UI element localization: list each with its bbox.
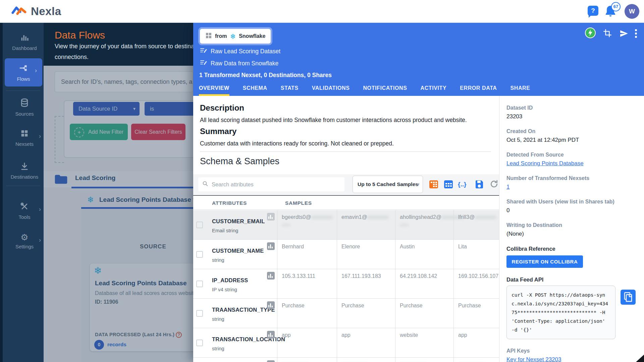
attribute-search-box[interactable] <box>198 177 344 191</box>
redacted-text: xxxxxxxx <box>475 214 496 220</box>
save-icon[interactable] <box>475 180 484 189</box>
destinations-download-icon <box>20 162 29 172</box>
info-label: Dataset ID <box>506 105 637 111</box>
table-row: xxxxxxxxxxxxxxxxxxxxxxxxxxxxxxxxxxxxxxxx <box>193 358 499 362</box>
tab-overview[interactable]: OVERVIEW <box>199 82 229 96</box>
info-value: (None) <box>506 231 637 237</box>
dataset-link-row[interactable]: Raw Data from Snowflake <box>200 60 278 67</box>
sample-value: Elenore <box>341 244 360 249</box>
sample-value: Purchase <box>400 303 423 308</box>
table-row: IP_ADDRESSIP v4 string105.3.133.111167.1… <box>193 269 499 299</box>
send-icon[interactable] <box>619 29 629 39</box>
chip-from-label: from <box>215 33 227 39</box>
tab-validations[interactable]: VALIDATIONS <box>312 82 350 96</box>
sources-database-icon <box>19 98 30 109</box>
attribute-stats-icon[interactable] <box>267 301 275 309</box>
sample-cell: Bernhard <box>277 240 337 269</box>
summary-text: Customer data with interactions ready fo… <box>200 140 394 147</box>
attribute-stats-icon[interactable] <box>267 360 275 362</box>
flows-icon <box>18 63 29 74</box>
table-row: TRAANSACTION_TYPEstringPurchasePurchaseP… <box>193 299 499 328</box>
sidebar-item-dashboard[interactable]: Dashboard <box>3 33 46 51</box>
sample-cell: emavin1@xxxxxxxx <box>337 210 395 240</box>
nexset-detail-drawer: from ❄ Snowflake Raw Lead Scoring Datase… <box>193 23 644 362</box>
sidebar-item-tools[interactable]: Tools › <box>3 202 46 220</box>
attribute-view-icon[interactable] <box>429 180 438 189</box>
schema-toolbar: Up to 5 Cached Samples▾ {..} <box>193 174 499 194</box>
tab-share[interactable]: SHARE <box>511 82 530 96</box>
dataset-link-row[interactable]: Raw Lead Scoring Dataset <box>200 48 280 55</box>
row-checkbox[interactable] <box>196 310 203 317</box>
sidebar-item-label: Nexsets <box>3 141 46 147</box>
sample-value: app <box>458 332 467 338</box>
attribute-stats-icon[interactable] <box>267 213 275 221</box>
tab-stats[interactable]: STATS <box>281 82 299 96</box>
attribute-stats-icon[interactable] <box>267 331 275 339</box>
sidebar-item-flows[interactable]: Flows › <box>5 58 42 86</box>
sample-cell: Purchase <box>395 299 453 328</box>
sample-cell: bgeerdts0@xxxxxxxxxxxx <box>277 210 337 240</box>
sidebar-item-nexsets[interactable]: Nexsets › <box>3 129 46 147</box>
status-active-icon[interactable] <box>585 27 596 40</box>
tab-error-data[interactable]: ERROR DATA <box>460 82 497 96</box>
row-checkbox[interactable] <box>196 251 203 258</box>
edit-list-icon <box>200 60 207 67</box>
connector-chip[interactable]: from ❄ Snowflake <box>200 29 271 44</box>
sidebar-item-destinations[interactable]: Destinations <box>3 162 46 180</box>
more-vertical-icon[interactable] <box>635 29 637 40</box>
tab-notifications[interactable]: NOTIFICATIONS <box>363 82 407 96</box>
notification-count-badge: 67 <box>611 2 621 11</box>
chevron-right-icon: › <box>39 133 41 140</box>
sidebar-item-label: Sources <box>3 111 46 117</box>
cached-samples-dropdown[interactable]: Up to 5 Cached Samples▾ <box>353 176 423 193</box>
attribute-name: TRAANSACTION_TYPE <box>212 307 275 313</box>
attribute-search-input[interactable] <box>212 181 332 188</box>
sample-cell: website <box>395 328 453 358</box>
user-avatar[interactable]: W <box>625 4 639 19</box>
sidebar-item-settings[interactable]: ⚙ Settings › <box>3 233 46 249</box>
api-key-link[interactable]: Key for Nexset 23203 <box>506 356 637 362</box>
drawer-header: from ❄ Snowflake Raw Lead Scoring Datase… <box>193 23 644 96</box>
nexla-logo[interactable] <box>11 5 27 18</box>
info-value-link[interactable]: Lead Scoring Points Database <box>506 160 637 167</box>
attribute-type: string <box>212 316 224 322</box>
sample-cell: Lita <box>453 240 499 269</box>
help-button[interactable]: ? <box>588 6 598 16</box>
info-fields: Dataset ID23203Created OnOct 5, 2021 at … <box>506 105 637 237</box>
chip-connector-label: Snowflake <box>239 33 265 39</box>
tab-schema[interactable]: SCHEMA <box>243 82 267 96</box>
info-value: 23203 <box>506 113 637 120</box>
sample-cell: Elenore <box>337 240 395 269</box>
sample-value: app <box>341 332 351 338</box>
row-checkbox[interactable] <box>196 222 203 228</box>
tab-activity[interactable]: ACTIVITY <box>421 82 447 96</box>
curl-command-box[interactable]: curl -X POST https://dataops-sync.nexla.… <box>506 286 615 339</box>
row-checkbox[interactable] <box>196 281 203 287</box>
summary-heading: Summary <box>200 127 236 136</box>
register-collibra-button[interactable]: REGISTER ON COLLIBRA <box>506 255 583 268</box>
table-view-icon[interactable] <box>444 180 453 189</box>
sample-value: 64.219.108.142 <box>400 273 437 279</box>
sample-value: 167.111.193.183 <box>341 273 381 279</box>
json-view-icon[interactable]: {..} <box>458 180 467 189</box>
refresh-icon[interactable] <box>490 180 499 189</box>
copy-icon[interactable] <box>621 290 636 305</box>
modal-backdrop[interactable] <box>44 66 193 362</box>
schema-table-body: CUSTOMER_EMAILEmail stringbgeerdts0@xxxx… <box>193 210 499 362</box>
attribute-type: Email string <box>212 228 238 233</box>
sidebar-item-sources[interactable]: Sources <box>3 98 46 117</box>
section-divider <box>200 152 491 152</box>
crop-icon[interactable] <box>603 29 612 39</box>
sidebar-item-label: Settings <box>3 244 46 249</box>
attribute-stats-icon[interactable] <box>267 242 275 250</box>
snowflake-icon: ❄ <box>230 33 236 40</box>
attribute-stats-icon[interactable] <box>267 272 275 280</box>
row-checkbox[interactable] <box>196 340 203 346</box>
sample-value: website <box>400 332 418 338</box>
page-subtitle-line2: connections. <box>55 54 89 61</box>
dashboard-icon <box>19 33 30 44</box>
chevron-down-icon: ▾ <box>417 176 419 193</box>
sample-value: ahollingshead2@ <box>400 214 441 220</box>
sidebar-item-label: Flows <box>5 76 42 82</box>
info-value-link[interactable]: 1 <box>506 184 637 190</box>
